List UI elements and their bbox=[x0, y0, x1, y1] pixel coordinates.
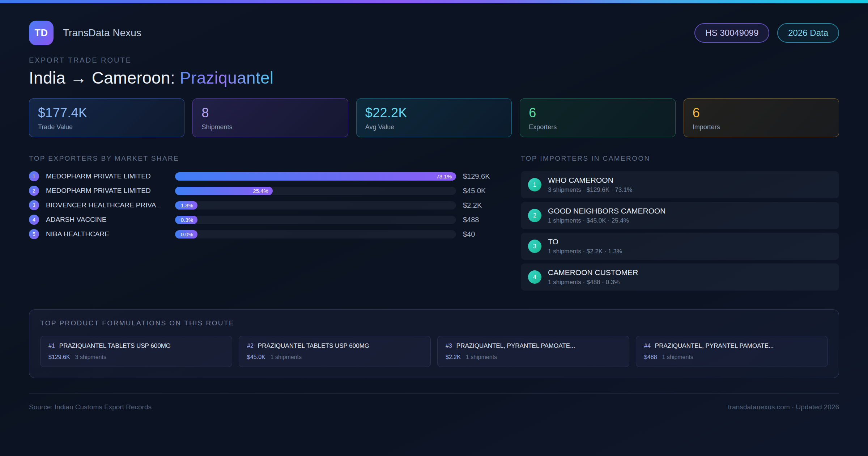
products-section-title: TOP PRODUCT FORMULATIONS ON THIS ROUTE bbox=[40, 319, 828, 327]
product-card[interactable]: #3 PRAZIQUANTEL, PYRANTEL PAMOATE... $2.… bbox=[437, 336, 629, 367]
market-share-bar-track: 1.3% bbox=[175, 201, 456, 210]
product-shipments: 1 shipments bbox=[466, 354, 497, 360]
importer-rank-badge: 1 bbox=[528, 178, 541, 191]
stat-label: Avg Value bbox=[365, 123, 503, 131]
importer-card[interactable]: 1 WHO CAMEROON 3 shipments · $129.6K · 7… bbox=[521, 171, 839, 198]
market-share-bar-track: 0.0% bbox=[175, 230, 456, 238]
market-share-percentage: 1.3% bbox=[181, 202, 193, 208]
hs-code-badge[interactable]: HS 30049099 bbox=[694, 23, 769, 43]
product-value: $488 bbox=[644, 354, 657, 360]
exporter-name: NIBA HEALTHCARE bbox=[46, 230, 168, 238]
importer-name: WHO CAMEROON bbox=[548, 176, 632, 185]
stat-card: $177.4K Trade Value bbox=[29, 98, 184, 137]
exporter-row[interactable]: 3 BIOVENCER HEALTHCARE PRIVA... 1.3% $2.… bbox=[29, 200, 499, 210]
product-shipments: 3 shipments bbox=[75, 354, 106, 360]
importer-meta: 1 shipments · $488 · 0.3% bbox=[548, 279, 638, 286]
importer-card[interactable]: 4 CAMEROON CUSTOMER 1 shipments · $488 ·… bbox=[521, 263, 839, 291]
exporter-rank-badge: 5 bbox=[29, 229, 39, 239]
stat-label: Shipments bbox=[201, 123, 339, 131]
products-list: #1 PRAZIQUANTEL TABLETS USP 600MG $129.6… bbox=[40, 336, 828, 367]
exporter-row[interactable]: 5 NIBA HEALTHCARE 0.0% $40 bbox=[29, 229, 499, 238]
importer-card[interactable]: 2 GOOD NEIGHBORS CAMEROON 1 shipments · … bbox=[521, 202, 839, 229]
footer-source: Source: Indian Customs Export Records bbox=[29, 403, 152, 411]
market-share-percentage: 25.4% bbox=[253, 188, 268, 194]
importers-section: TOP IMPORTERS IN CAMEROON 1 WHO CAMEROON… bbox=[521, 155, 839, 291]
product-rank: #4 bbox=[644, 343, 651, 349]
exporter-name: MEDOPHARM PRIVATE LIMITED bbox=[46, 187, 168, 195]
importer-name: TO bbox=[548, 237, 622, 246]
exporter-rank-badge: 1 bbox=[29, 171, 39, 181]
page: TD TransData Nexus HS 30049099 2026 Data… bbox=[0, 21, 868, 411]
exporter-name: BIOVENCER HEALTHCARE PRIVA... bbox=[46, 201, 168, 209]
stat-card: 6 Importers bbox=[684, 98, 839, 137]
exporter-trade-value: $129.6K bbox=[463, 172, 499, 181]
header: TD TransData Nexus HS 30049099 2026 Data bbox=[29, 21, 839, 45]
exporter-row[interactable]: 2 MEDOPHARM PRIVATE LIMITED 25.4% $45.0K bbox=[29, 186, 499, 195]
importers-section-title: TOP IMPORTERS IN CAMEROON bbox=[521, 155, 839, 162]
product-stats: $488 1 shipments bbox=[644, 354, 820, 360]
importers-list: 1 WHO CAMEROON 3 shipments · $129.6K · 7… bbox=[521, 171, 839, 291]
eyebrow-label: EXPORT TRADE ROUTE bbox=[29, 56, 839, 64]
page-title-route: India → Cameroon: bbox=[29, 68, 180, 87]
app-logo-text: TD bbox=[35, 28, 48, 39]
app-logo: TD bbox=[29, 21, 54, 45]
importer-meta: 1 shipments · $2.2K · 1.3% bbox=[548, 248, 622, 255]
product-name: PRAZIQUANTEL TABLETS USP 600MG bbox=[258, 342, 369, 350]
exporter-trade-value: $2.2K bbox=[463, 201, 499, 210]
product-name: PRAZIQUANTEL TABLETS USP 600MG bbox=[59, 342, 171, 350]
exporter-trade-value: $40 bbox=[463, 230, 499, 238]
stat-label: Importers bbox=[693, 123, 830, 131]
importer-rank-badge: 2 bbox=[528, 209, 541, 222]
exporters-section: TOP EXPORTERS BY MARKET SHARE 1 MEDOPHAR… bbox=[29, 155, 499, 238]
page-title-product: Praziquantel bbox=[180, 68, 273, 87]
stat-value: $22.2K bbox=[365, 105, 503, 121]
product-card[interactable]: #1 PRAZIQUANTEL TABLETS USP 600MG $129.6… bbox=[40, 336, 232, 367]
stat-value: 6 bbox=[693, 105, 830, 121]
product-rank: #3 bbox=[446, 343, 452, 349]
stat-card: 8 Shipments bbox=[192, 98, 348, 137]
footer-site-link[interactable]: transdatanexus.com · Updated 2026 bbox=[728, 403, 839, 411]
market-share-bar: 1.3% bbox=[175, 201, 197, 210]
exporters-list: 1 MEDOPHARM PRIVATE LIMITED 73.1% $129.6… bbox=[29, 171, 499, 238]
exporter-row[interactable]: 4 ADARSH VACCINE 0.3% $488 bbox=[29, 215, 499, 224]
product-stats: $129.6K 3 shipments bbox=[48, 354, 224, 360]
product-name: PRAZIQUANTEL, PYRANTEL PAMOATE... bbox=[456, 342, 575, 350]
page-title: India → Cameroon: Praziquantel bbox=[29, 68, 839, 88]
accent-gradient-strip bbox=[0, 0, 868, 3]
exporter-trade-value: $488 bbox=[463, 216, 499, 224]
importer-meta: 3 shipments · $129.6K · 73.1% bbox=[548, 186, 632, 194]
footer: Source: Indian Customs Export Records tr… bbox=[29, 393, 839, 411]
market-share-bar: 73.1% bbox=[175, 172, 456, 181]
importer-rank-badge: 3 bbox=[528, 240, 541, 253]
product-value: $45.0K bbox=[247, 354, 265, 360]
main-columns: TOP EXPORTERS BY MARKET SHARE 1 MEDOPHAR… bbox=[29, 155, 839, 291]
brand: TD TransData Nexus bbox=[29, 21, 141, 45]
exporter-row[interactable]: 1 MEDOPHARM PRIVATE LIMITED 73.1% $129.6… bbox=[29, 171, 499, 181]
market-share-percentage: 0.0% bbox=[181, 231, 193, 237]
product-card[interactable]: #2 PRAZIQUANTEL TABLETS USP 600MG $45.0K… bbox=[239, 336, 431, 367]
market-share-bar-track: 0.3% bbox=[175, 216, 456, 224]
stat-cards-row: $177.4K Trade Value 8 Shipments $22.2K A… bbox=[29, 98, 839, 137]
product-value: $129.6K bbox=[48, 354, 70, 360]
app-name: TransData Nexus bbox=[63, 27, 141, 39]
stat-value: 6 bbox=[529, 105, 666, 121]
year-data-badge[interactable]: 2026 Data bbox=[777, 23, 839, 43]
importer-rank-badge: 4 bbox=[528, 270, 541, 284]
product-shipments: 1 shipments bbox=[271, 354, 302, 360]
header-badges: HS 30049099 2026 Data bbox=[694, 23, 839, 43]
stat-card: $22.2K Avg Value bbox=[356, 98, 512, 137]
product-name: PRAZIQUANTEL, PYRANTEL PAMOATE... bbox=[655, 342, 774, 350]
product-value: $2.2K bbox=[446, 354, 461, 360]
product-card[interactable]: #4 PRAZIQUANTEL, PYRANTEL PAMOATE... $48… bbox=[636, 336, 828, 367]
product-rank: #1 bbox=[48, 343, 55, 349]
product-stats: $45.0K 1 shipments bbox=[247, 354, 422, 360]
exporter-rank-badge: 3 bbox=[29, 200, 39, 210]
exporter-name: MEDOPHARM PRIVATE LIMITED bbox=[46, 172, 168, 180]
stat-card: 6 Exporters bbox=[520, 98, 675, 137]
product-shipments: 1 shipments bbox=[662, 354, 693, 360]
product-header: #3 PRAZIQUANTEL, PYRANTEL PAMOATE... bbox=[446, 342, 621, 350]
exporter-rank-badge: 2 bbox=[29, 186, 39, 196]
importer-meta: 1 shipments · $45.0K · 25.4% bbox=[548, 217, 666, 224]
exporter-name: ADARSH VACCINE bbox=[46, 216, 168, 224]
importer-card[interactable]: 3 TO 1 shipments · $2.2K · 1.3% bbox=[521, 233, 839, 260]
